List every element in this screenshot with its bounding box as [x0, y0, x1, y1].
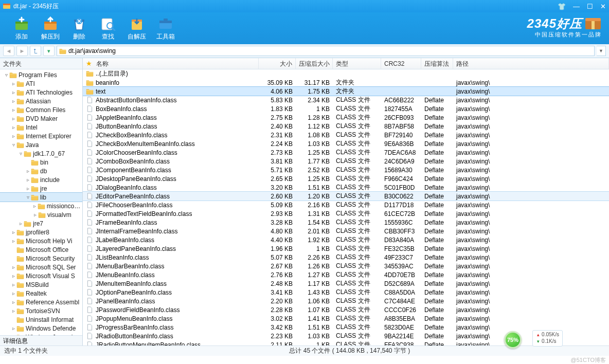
tree-expander-icon[interactable]: ▿ — [17, 151, 24, 156]
tree-expander-icon[interactable]: ▹ — [25, 159, 31, 165]
file-row[interactable]: JLayeredPaneBeanInfo.class1.96 KB1 KBCLA… — [83, 244, 609, 253]
folder-tree[interactable]: ▿Program Files▹ATI▹ATI Technologies▹Atla… — [0, 69, 82, 335]
skin-icon[interactable]: 👕 — [558, 3, 566, 10]
toolbar-sfx-button[interactable]: 自解压 — [122, 16, 151, 41]
tree-node[interactable]: ▿lib — [0, 193, 82, 202]
tree-expander-icon[interactable]: ▹ — [10, 290, 16, 296]
tree-node[interactable]: ▹include — [0, 175, 82, 184]
toolbar-tools-button[interactable]: 工具箱 — [151, 16, 180, 41]
tree-node[interactable]: ▹ATI — [0, 79, 82, 88]
tree-expander-icon[interactable]: ▹ — [10, 133, 16, 139]
file-row[interactable]: ..(上层目录) — [83, 69, 609, 78]
tree-node[interactable]: ▹Microsoft Security — [0, 254, 82, 263]
file-row[interactable]: JComponentBeanInfo.class5.71 KB2.52 KBCL… — [83, 166, 609, 174]
file-row[interactable]: JFormattedTextFieldBeanInfo.class2.93 KB… — [83, 209, 609, 218]
tree-node[interactable]: ▹MSBuild — [0, 280, 82, 289]
tree-node[interactable]: ▹jre — [0, 184, 82, 193]
file-row[interactable]: beaninfo35.09 KB31.17 KB文件夹javax\swing\ — [83, 78, 609, 87]
col-path[interactable]: 路径 — [453, 58, 609, 69]
file-row[interactable]: JComboBoxBeanInfo.class3.81 KB1.77 KBCLA… — [83, 157, 609, 166]
tree-node[interactable]: ▹Microsoft Visual S — [0, 271, 82, 280]
tree-node[interactable]: ▿Java — [0, 140, 82, 149]
tree-node[interactable]: ▹db — [0, 167, 82, 175]
tree-node[interactable]: ▹Microsoft Help Vi — [0, 236, 82, 245]
file-row[interactable]: BoxBeanInfo.class1.83 KB1 KBCLASS 文件1827… — [83, 104, 609, 113]
nav-forward-button[interactable]: ► — [16, 46, 28, 56]
tree-node[interactable]: ▿jdk1.7.0_67 — [0, 149, 82, 158]
tree-expander-icon[interactable]: ▹ — [25, 168, 31, 174]
file-row[interactable]: JPanelBeanInfo.class2.20 KB1.06 KBCLASS … — [83, 297, 609, 305]
tree-expander-icon[interactable]: ▹ — [10, 273, 16, 279]
close-button[interactable]: ✕ — [600, 3, 606, 10]
file-row[interactable]: JOptionPaneBeanInfo.class3.41 KB1.43 KBC… — [83, 288, 609, 297]
tree-node[interactable]: ▹ATI Technologies — [0, 88, 82, 97]
tree-node[interactable]: ▹Realtek — [0, 289, 82, 298]
tree-node[interactable]: ▹DVD Maker — [0, 114, 82, 123]
file-row[interactable]: JCheckBoxMenuItemBeanInfo.class2.24 KB1.… — [83, 139, 609, 148]
tree-expander-icon[interactable]: ▹ — [10, 325, 16, 331]
col-compressed-size[interactable]: 压缩后大小 — [296, 58, 333, 69]
file-row[interactable]: JLabelBeanInfo.class4.40 KB1.92 KBCLASS … — [83, 235, 609, 244]
tree-node[interactable]: ▹Microsoft SQL Ser — [0, 263, 82, 271]
tree-node[interactable]: ▹Reference Assembl — [0, 298, 82, 306]
tree-expander-icon[interactable]: ▹ — [25, 186, 31, 191]
tree-expander-icon[interactable]: ▹ — [10, 264, 16, 270]
file-row[interactable]: text4.06 KB1.75 KB文件夹javax\swing\ — [83, 87, 609, 96]
tree-expander-icon[interactable]: ▹ — [10, 256, 16, 261]
favorite-star-icon[interactable]: ★ — [86, 58, 92, 69]
file-row[interactable]: JRadioButtonMenuItemBeanInfo.class2.11 K… — [83, 340, 609, 345]
file-row[interactable]: JFrameBeanInfo.class3.28 KB1.54 KBCLASS … — [83, 218, 609, 227]
tree-expander-icon[interactable]: ▹ — [10, 282, 16, 287]
col-algorithm[interactable]: 压缩算法 — [421, 58, 453, 69]
toolbar-add-button[interactable]: 添加 — [7, 16, 36, 41]
tree-node[interactable]: ▹visualvm — [0, 210, 82, 219]
tree-node[interactable]: ▹Windows Defende — [0, 324, 82, 333]
tree-expander-icon[interactable]: ▿ — [3, 72, 9, 78]
tree-node[interactable]: ▹jprofiler8 — [0, 228, 82, 236]
tree-node[interactable]: ▹TortoiseSVN — [0, 306, 82, 315]
file-row[interactable]: JPopupMenuBeanInfo.class3.02 KB1.41 KBCL… — [83, 314, 609, 323]
tree-expander-icon[interactable]: ▹ — [25, 177, 31, 183]
tree-expander-icon[interactable]: ▹ — [10, 98, 16, 104]
tree-node[interactable]: ▹Intel — [0, 123, 82, 132]
nav-back-button[interactable]: ◄ — [3, 46, 14, 56]
file-row[interactable]: AbstractButtonBeanInfo.class5.83 KB2.34 … — [83, 96, 609, 104]
tree-expander-icon[interactable]: ▹ — [10, 124, 16, 130]
file-row[interactable]: JDesktopPaneBeanInfo.class2.65 KB1.25 KB… — [83, 174, 609, 183]
file-row[interactable]: JAppletBeanInfo.class2.75 KB1.28 KBCLASS… — [83, 113, 609, 122]
tree-expander-icon[interactable]: ▹ — [10, 308, 16, 314]
tree-expander-icon[interactable]: ▹ — [10, 107, 16, 113]
tree-expander-icon[interactable]: ▹ — [10, 229, 16, 235]
tree-node[interactable]: ▹jre7 — [0, 219, 82, 228]
file-row[interactable]: JButtonBeanInfo.class2.40 KB1.12 KBCLASS… — [83, 122, 609, 131]
tree-expander-icon[interactable]: ▹ — [10, 238, 16, 244]
toolbar-delete-button[interactable]: 删除 — [65, 16, 94, 41]
tree-node[interactable]: ▿Program Files — [0, 70, 82, 79]
tree-node[interactable]: ▹Uninstall Informat — [0, 315, 82, 324]
file-row[interactable]: JColorChooserBeanInfo.class2.73 KB1.25 K… — [83, 148, 609, 157]
tree-expander-icon[interactable]: ▹ — [10, 317, 16, 322]
tree-expander-icon[interactable]: ▹ — [10, 247, 16, 252]
tree-node[interactable]: ▹bin — [0, 158, 82, 167]
tree-expander-icon[interactable]: ▹ — [10, 89, 16, 95]
file-row[interactable]: JListBeanInfo.class5.07 KB2.26 KBCLASS 文… — [83, 253, 609, 262]
file-row[interactable]: JFileChooserBeanInfo.class5.09 KB2.16 KB… — [83, 201, 609, 209]
col-type[interactable]: 类型 — [333, 58, 381, 69]
file-row[interactable]: JMenuBeanInfo.class2.76 KB1.27 KBCLASS 文… — [83, 270, 609, 279]
tree-node[interactable]: ▹Atlassian — [0, 97, 82, 105]
col-size[interactable]: 大小 — [259, 58, 296, 69]
nav-history-button[interactable]: ▾ — [43, 46, 55, 56]
address-dropdown-button[interactable]: ▼ — [597, 46, 606, 56]
toolbar-extract-button[interactable]: 解压到 — [36, 16, 65, 41]
tree-node[interactable]: ▹Internet Explorer — [0, 132, 82, 140]
tree-expander-icon[interactable]: ▿ — [10, 142, 16, 148]
col-name[interactable]: ★名称 — [83, 58, 259, 69]
progress-bubble[interactable]: 75% — [504, 331, 522, 349]
tree-expander-icon[interactable]: ▹ — [32, 212, 38, 217]
tree-expander-icon[interactable]: ▹ — [32, 203, 38, 209]
file-row[interactable]: JDialogBeanInfo.class3.20 KB1.51 KBCLASS… — [83, 183, 609, 192]
file-rows[interactable]: ..(上层目录)beaninfo35.09 KB31.17 KB文件夹javax… — [83, 69, 609, 345]
minimize-button[interactable]: — — [573, 3, 580, 10]
file-row[interactable]: JRadioButtonBeanInfo.class2.23 KB1.03 KB… — [83, 332, 609, 340]
file-row[interactable]: JInternalFrameBeanInfo.class4.80 KB2.01 … — [83, 227, 609, 235]
